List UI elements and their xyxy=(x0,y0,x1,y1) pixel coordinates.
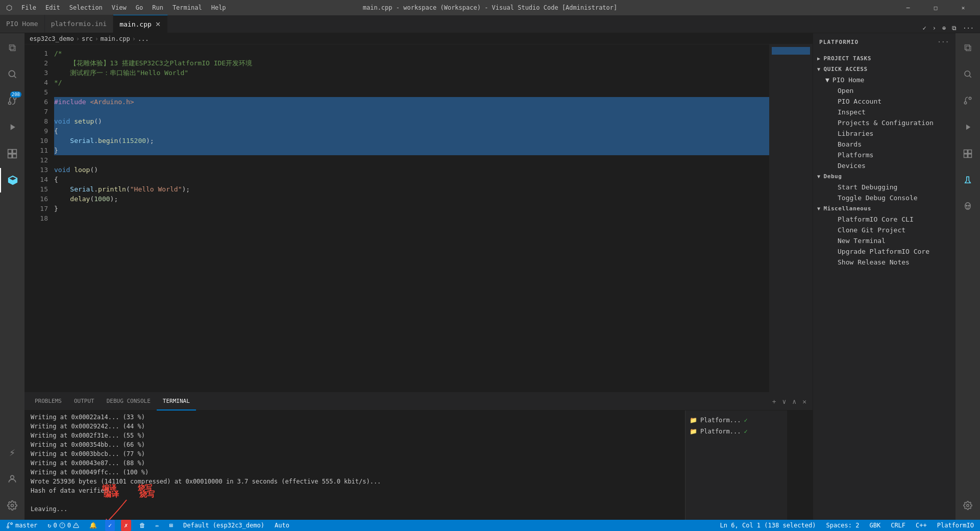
tab-terminal[interactable]: TERMINAL xyxy=(157,393,196,411)
quick-access-libraries[interactable]: Libraries xyxy=(813,128,955,139)
tab-problems[interactable]: PROBLEMS xyxy=(29,393,68,411)
pio-home-item[interactable]: ▼ PIO Home xyxy=(813,75,955,85)
right-sidebar-extensions[interactable] xyxy=(955,141,980,166)
status-platformio[interactable]: PlatformIO xyxy=(935,520,976,531)
code-line-3: 测试程序一：串口输出"Hello World" xyxy=(54,68,769,78)
quick-access-open[interactable]: Open xyxy=(813,85,955,96)
status-pencil[interactable]: ✏ xyxy=(154,520,161,531)
maximize-button[interactable]: □ xyxy=(924,0,947,15)
code-editor[interactable]: 12345 678910 1112131415 161718 /* 【花雕体验】… xyxy=(24,44,813,392)
activity-icon-platformio[interactable] xyxy=(0,168,24,192)
activity-icon-settings[interactable] xyxy=(0,493,24,518)
right-sidebar-beaker[interactable] xyxy=(955,168,980,192)
right-sidebar-search[interactable] xyxy=(955,62,980,86)
svg-rect-6 xyxy=(8,154,12,158)
activity-icon-explorer[interactable]: ⧉ xyxy=(0,35,24,60)
activity-bar-bottom: ⚡ xyxy=(0,440,24,518)
bottom-panel: PROBLEMS OUTPUT DEBUG CONSOLE TERMINAL +… xyxy=(24,392,813,520)
status-trash[interactable]: 🗑 xyxy=(137,520,148,531)
quick-access-boards[interactable]: Boards xyxy=(813,139,955,150)
quick-access-pio-account[interactable]: PIO Account xyxy=(813,96,955,107)
debug-toggle-console[interactable]: Toggle Debug Console xyxy=(813,192,955,203)
quick-access-devices[interactable]: Devices xyxy=(813,160,955,171)
misc-upgrade[interactable]: Upgrade PlatformIO Core xyxy=(813,246,955,257)
terminal-chevron-up[interactable]: ∧ xyxy=(790,396,798,407)
status-language[interactable]: C++ xyxy=(914,520,929,531)
right-sidebar-scm[interactable] xyxy=(955,88,980,113)
menu-item-run[interactable]: Run xyxy=(148,3,167,12)
menu-item-help[interactable]: Help xyxy=(207,3,230,12)
right-sidebar-settings[interactable] xyxy=(955,493,980,518)
tab-more-icon[interactable]: ··· xyxy=(961,23,976,33)
misc-release-notes[interactable]: Show Release Notes xyxy=(813,257,955,268)
status-x-mark[interactable]: ✗ xyxy=(121,520,131,531)
tab-chevron-icon[interactable]: › xyxy=(930,23,938,33)
right-sidebar-run[interactable] xyxy=(955,115,980,139)
tab-pin-icon[interactable]: ⊕ xyxy=(940,23,948,33)
terminal-close-button[interactable]: ✕ xyxy=(800,396,808,407)
section-debug[interactable]: ▼ Debug xyxy=(813,171,955,182)
terminal-add-button[interactable]: + xyxy=(770,396,778,407)
menu-item-go[interactable]: Go xyxy=(132,3,147,12)
breadcrumb-part-2[interactable]: src xyxy=(82,35,93,42)
code-content[interactable]: /* 【花雕体验】13 搭建ESP32C3之PlatformIO IDE开发环境… xyxy=(50,44,769,392)
quick-access-projects-config[interactable]: Projects & Configuration xyxy=(813,117,955,128)
menu-item-view[interactable]: View xyxy=(108,3,131,12)
quick-access-inspect[interactable]: Inspect xyxy=(813,107,955,117)
tab-bar: PIO Home platformio.ini main.cpp ✕ ✓ › ⊕… xyxy=(0,15,980,33)
status-terminal-btn[interactable]: ⊞ xyxy=(167,520,175,531)
breadcrumb-part-4[interactable]: ... xyxy=(138,35,149,42)
tab-split-icon[interactable]: ⧉ xyxy=(950,23,959,33)
svg-point-22 xyxy=(7,526,9,528)
section-project-tasks[interactable]: ▶ PROJECT TASKS xyxy=(813,53,955,64)
activity-icon-search[interactable] xyxy=(0,62,24,86)
activity-icon-extensions[interactable] xyxy=(0,141,24,166)
tab-debug-console[interactable]: DEBUG CONSOLE xyxy=(101,393,157,411)
terminal-split-item-1[interactable]: 📁 Platform... ✓ xyxy=(685,415,787,426)
section-quick-access[interactable]: ▼ QUICK ACCESS xyxy=(813,64,955,75)
menu-item-edit[interactable]: Edit xyxy=(41,3,64,12)
status-default-env[interactable]: Default (esp32c3_demo) xyxy=(181,520,266,531)
menu-item-selection[interactable]: Selection xyxy=(65,3,107,12)
status-auto[interactable]: Auto xyxy=(273,520,291,531)
tab-main-cpp-close[interactable]: ✕ xyxy=(155,20,162,28)
minimap-highlight xyxy=(772,47,810,55)
minimize-button[interactable]: ─ xyxy=(896,0,920,15)
status-line-col[interactable]: Ln 6, Col 1 (138 selected) xyxy=(718,520,818,531)
right-sidebar-alien[interactable] xyxy=(955,195,980,219)
tab-main-cpp[interactable]: main.cpp ✕ xyxy=(113,15,168,33)
close-button[interactable]: ✕ xyxy=(951,0,975,15)
misc-clone-git[interactable]: Clone Git Project xyxy=(813,225,955,235)
breadcrumb-part-3[interactable]: main.cpp xyxy=(101,35,130,42)
status-check-mark[interactable]: ✓ xyxy=(105,520,115,531)
misc-new-terminal[interactable]: New Terminal xyxy=(813,235,955,246)
activity-icon-scm[interactable]: 208 xyxy=(0,88,24,113)
tab-check-icon[interactable]: ✓ xyxy=(921,23,928,33)
misc-core-cli[interactable]: PlatformIO Core CLI xyxy=(813,214,955,225)
debug-start[interactable]: Start Debugging xyxy=(813,182,955,192)
breadcrumb-part-1[interactable]: esp32c3_demo xyxy=(30,35,74,42)
platformio-content: ▶ PROJECT TASKS ▼ QUICK ACCESS ▼ PIO Hom… xyxy=(813,51,955,520)
terminal-chevron-down[interactable]: ∨ xyxy=(780,396,789,407)
status-encoding[interactable]: GBK xyxy=(867,520,883,531)
tab-platformio-ini[interactable]: platformio.ini xyxy=(45,15,114,33)
menu-item-terminal[interactable]: Terminal xyxy=(168,3,206,12)
activity-icon-run[interactable] xyxy=(0,115,24,139)
quick-access-platforms[interactable]: Platforms xyxy=(813,150,955,160)
section-miscellaneous[interactable]: ▼ Miscellaneous xyxy=(813,203,955,214)
terminal-split-item-2[interactable]: 📁 Platform... ✓ xyxy=(685,426,787,437)
menu-item-file[interactable]: File xyxy=(17,3,40,12)
activity-icon-remote[interactable]: ⚡ xyxy=(0,440,24,465)
panel-more-button[interactable]: ··· xyxy=(938,39,949,45)
status-branch[interactable]: master xyxy=(4,520,39,531)
tab-pio-home[interactable]: PIO Home xyxy=(0,15,45,33)
status-spaces[interactable]: Spaces: 2 xyxy=(824,520,861,531)
code-line-8: void setup() xyxy=(54,116,769,126)
status-line-ending[interactable]: CRLF xyxy=(889,520,908,531)
right-sidebar-explorer[interactable]: ⧉ xyxy=(955,35,980,60)
status-sync[interactable]: ↻ 0 0 xyxy=(45,520,81,531)
app: PIO Home platformio.ini main.cpp ✕ ✓ › ⊕… xyxy=(0,15,980,531)
tab-output[interactable]: OUTPUT xyxy=(68,393,101,411)
status-bell[interactable]: 🔔 xyxy=(87,520,99,531)
activity-icon-account[interactable] xyxy=(0,467,24,491)
